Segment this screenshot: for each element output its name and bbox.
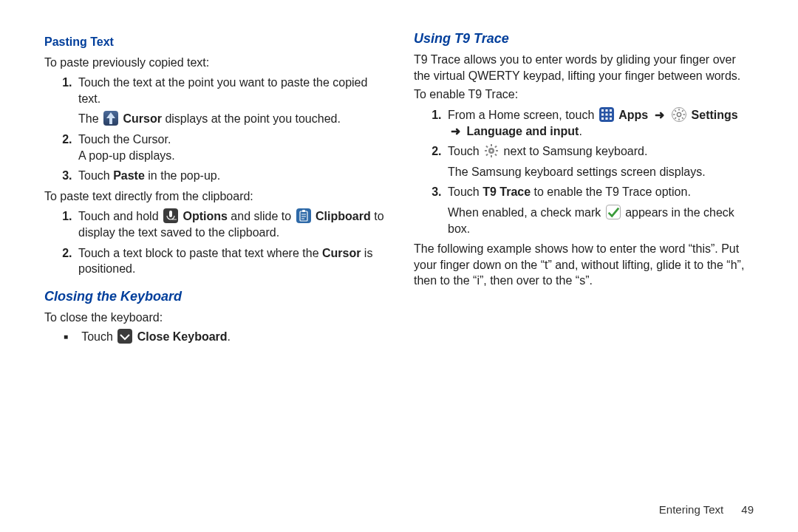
svg-rect-12 bbox=[601, 114, 604, 116]
svg-rect-11 bbox=[610, 109, 612, 112]
right-column: Using T9 Trace T9 Trace allows you to en… bbox=[403, 30, 765, 502]
svg-rect-15 bbox=[601, 117, 604, 120]
clipboard-step-1: Touch and hold Options and slide to Clip… bbox=[75, 208, 384, 240]
svg-rect-9 bbox=[601, 109, 604, 112]
svg-rect-0 bbox=[169, 211, 172, 217]
svg-rect-31 bbox=[485, 146, 488, 149]
t9-step-2: Touch next to Samsung keyboard. The Sams… bbox=[445, 143, 754, 180]
gear-icon bbox=[484, 143, 499, 158]
paste-step-1: Touch the text at the point you want to … bbox=[75, 75, 384, 127]
page-footer: Entering Text 49 bbox=[659, 503, 754, 516]
arrow-icon: ➜ bbox=[655, 109, 664, 121]
clipboard-steps: Touch and hold Options and slide to Clip… bbox=[44, 208, 384, 276]
apps-icon bbox=[599, 107, 614, 122]
heading-pasting-text: Pasting Text bbox=[44, 34, 384, 50]
cursor-icon bbox=[103, 111, 118, 126]
close-bullet: Touch Close Keyboard. bbox=[44, 329, 384, 345]
svg-rect-28 bbox=[491, 155, 492, 157]
checkmark-icon bbox=[606, 205, 621, 219]
close-intro: To close the keyboard: bbox=[44, 310, 384, 326]
clipboard-step-2: Touch a text block to paste that text wh… bbox=[75, 245, 384, 277]
svg-rect-33 bbox=[485, 154, 488, 157]
left-column: Pasting Text To paste previously copied … bbox=[33, 30, 395, 502]
paste-step-2: Touch the Cursor. A pop-up displays. bbox=[75, 132, 384, 163]
svg-rect-16 bbox=[605, 117, 607, 120]
svg-point-1 bbox=[174, 219, 175, 221]
svg-rect-34 bbox=[494, 146, 497, 149]
t9-step-3: Touch T9 Trace to enable the T9 Trace op… bbox=[445, 184, 754, 236]
svg-line-26 bbox=[682, 110, 683, 112]
t9-step-1: From a Home screen, touch Apps ➜ Se bbox=[445, 107, 754, 139]
t9-enable-intro: To enable T9 Trace: bbox=[414, 86, 754, 103]
paste-step-3: Touch Paste in the pop-up. bbox=[75, 168, 384, 184]
svg-rect-14 bbox=[610, 114, 612, 116]
svg-line-24 bbox=[682, 117, 683, 119]
intro-paste: To paste previously copied text: bbox=[44, 55, 384, 71]
svg-rect-13 bbox=[605, 114, 607, 116]
svg-rect-29 bbox=[485, 150, 487, 151]
footer-section: Entering Text bbox=[659, 503, 723, 516]
close-keyboard-icon bbox=[117, 329, 132, 344]
svg-rect-5 bbox=[302, 210, 305, 212]
svg-rect-10 bbox=[605, 109, 607, 112]
svg-rect-32 bbox=[494, 154, 497, 157]
mic-options-icon bbox=[163, 208, 178, 223]
svg-rect-30 bbox=[496, 150, 498, 151]
heading-closing-keyboard: Closing the Keyboard bbox=[44, 287, 384, 305]
intro-clipboard: To paste text directly from the clipboar… bbox=[44, 188, 384, 205]
arrow-icon: ➜ bbox=[451, 125, 460, 137]
svg-point-3 bbox=[172, 219, 174, 221]
svg-line-25 bbox=[675, 117, 676, 119]
paste-steps: Touch the text at the point you want to … bbox=[44, 75, 384, 184]
svg-line-23 bbox=[675, 110, 676, 112]
settings-icon bbox=[672, 107, 686, 122]
t9-steps: From a Home screen, touch Apps ➜ Se bbox=[414, 107, 754, 236]
t9-example: The following example shows how to enter… bbox=[414, 241, 754, 289]
clipboard-icon bbox=[296, 208, 311, 223]
close-bullet-item: Touch Close Keyboard. bbox=[64, 329, 384, 345]
t9-desc: T9 Trace allows you to enter words by gl… bbox=[414, 52, 754, 83]
heading-t9-trace: Using T9 Trace bbox=[414, 30, 754, 47]
svg-point-2 bbox=[175, 219, 177, 221]
footer-page-number: 49 bbox=[741, 503, 754, 516]
svg-point-18 bbox=[677, 112, 681, 116]
svg-rect-27 bbox=[491, 144, 492, 146]
svg-rect-17 bbox=[610, 117, 612, 120]
